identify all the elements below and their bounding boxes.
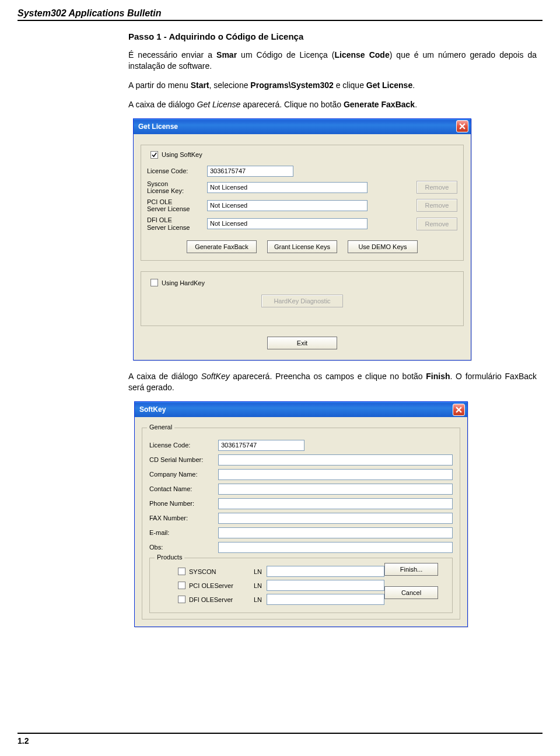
license-code-input[interactable]: 3036175747 [218, 440, 304, 451]
using-softkey-label: Using SoftKey [162, 151, 202, 158]
fax-number-label: FAX Number: [149, 514, 214, 522]
get-license-dialog: Get License Using SoftKey License Code: … [133, 118, 471, 361]
dfi-oleserver-checkbox[interactable] [178, 596, 186, 603]
text: , selecione [209, 80, 251, 90]
syscon-key-label: Syscon License Key: [147, 180, 202, 195]
cd-serial-label: CD Serial Number: [149, 456, 214, 464]
pci-oleserver-checkbox[interactable] [178, 582, 186, 589]
dfi-oleserver-label: DFI OLEServer [189, 596, 233, 603]
page-number: 1.2 [18, 733, 542, 746]
text-bold: Generate FaxBack [344, 100, 415, 109]
general-group-label: General [147, 424, 174, 430]
window-title: Get License [138, 123, 456, 131]
pci-ln-input[interactable] [267, 580, 384, 591]
contact-name-input[interactable] [218, 484, 453, 495]
text: aparecerá. Preencha os campos e clique n… [230, 372, 426, 381]
cd-serial-input[interactable] [218, 454, 453, 466]
text-italic: SoftKey [201, 372, 230, 381]
dfi-license-label: DFI OLE Server License [147, 216, 202, 231]
exit-button[interactable]: Exit [267, 337, 337, 349]
fax-number-input[interactable] [218, 513, 453, 524]
email-input[interactable] [218, 527, 453, 538]
text-bold: Smar [216, 50, 237, 60]
generate-faxback-button[interactable]: Generate FaxBack [187, 240, 257, 253]
ln-label: LN [247, 582, 262, 589]
paragraph-2: A partir do menu Start, selecione Progra… [128, 80, 537, 91]
text: . [412, 80, 415, 90]
email-label: E-mail: [149, 529, 214, 537]
cancel-button[interactable]: Cancel [384, 586, 438, 599]
phone-number-input[interactable] [218, 498, 453, 509]
syscon-label: SYSCON [189, 568, 216, 575]
window-title: SoftKey [139, 405, 453, 414]
text-bold: License Code [335, 50, 390, 60]
using-hardkey-label: Using HardKey [162, 279, 205, 286]
close-button[interactable] [453, 404, 465, 416]
finish-button[interactable]: Finish... [384, 563, 438, 576]
softkey-dialog: SoftKey General License Code: 3036175747… [134, 401, 468, 627]
close-icon [456, 407, 462, 413]
titlebar[interactable]: Get License [134, 119, 471, 134]
text-bold: Finish [426, 372, 450, 381]
syscon-key-input[interactable]: Not Licensed [207, 182, 368, 193]
pci-oleserver-label: PCI OLEServer [189, 582, 233, 589]
text-bold: Start [191, 80, 209, 90]
license-code-label: License Code: [149, 442, 214, 449]
titlebar[interactable]: SoftKey [135, 402, 467, 417]
obs-label: Obs: [149, 544, 214, 551]
text: A caixa de diálogo [128, 100, 197, 109]
license-code-label: License Code: [147, 167, 202, 175]
close-icon [459, 123, 466, 130]
company-name-label: Company Name: [149, 471, 214, 478]
text: um Código de Licença ( [237, 50, 334, 60]
text-bold: Get License [366, 80, 412, 90]
use-demo-keys-button[interactable]: Use DEMO Keys [348, 240, 418, 253]
text: e clique [334, 80, 366, 90]
grant-license-keys-button[interactable]: Grant License Keys [267, 240, 337, 253]
obs-input[interactable] [218, 542, 453, 553]
hardkey-diagnostic-button: HardKey Diagnostic [261, 295, 343, 307]
pci-license-label: PCI OLE Server License [147, 198, 202, 213]
remove-button: Remove [416, 181, 457, 194]
step-title: Passo 1 - Adquirindo o Código de Licença [128, 32, 537, 41]
text: É necessário enviar a [128, 50, 216, 60]
license-code-input[interactable]: 3036175747 [207, 166, 293, 177]
contact-name-label: Contact Name: [149, 485, 214, 493]
using-softkey-checkbox[interactable] [150, 151, 158, 159]
text: . [415, 100, 417, 109]
paragraph-4: A caixa de diálogo SoftKey aparecerá. Pr… [128, 371, 537, 393]
ln-label: LN [247, 568, 262, 575]
remove-button: Remove [416, 218, 457, 230]
phone-number-label: Phone Number: [149, 500, 214, 508]
document-header: System302 Applications Bulletin [18, 8, 542, 21]
products-group-label: Products [155, 554, 184, 561]
remove-button: Remove [416, 199, 457, 212]
close-button[interactable] [456, 120, 468, 132]
syscon-ln-input[interactable] [267, 566, 384, 577]
text: A partir do menu [128, 80, 191, 90]
syscon-checkbox[interactable] [178, 568, 186, 575]
paragraph-1: É necessário enviar a Smar um Código de … [128, 50, 537, 72]
text: aparecerá. Clique no botão [240, 100, 344, 109]
pci-license-input[interactable]: Not Licensed [207, 200, 368, 211]
dfi-ln-input[interactable] [267, 594, 384, 605]
dfi-license-input[interactable]: Not Licensed [207, 218, 368, 229]
text: A caixa de diálogo [128, 372, 201, 381]
text-italic: Get License [197, 100, 241, 109]
ln-label: LN [247, 596, 262, 603]
company-name-input[interactable] [218, 469, 453, 480]
paragraph-3: A caixa de diálogo Get License aparecerá… [128, 99, 537, 110]
text-bold: Programs\System302 [250, 80, 333, 90]
using-hardkey-checkbox[interactable] [150, 279, 158, 286]
